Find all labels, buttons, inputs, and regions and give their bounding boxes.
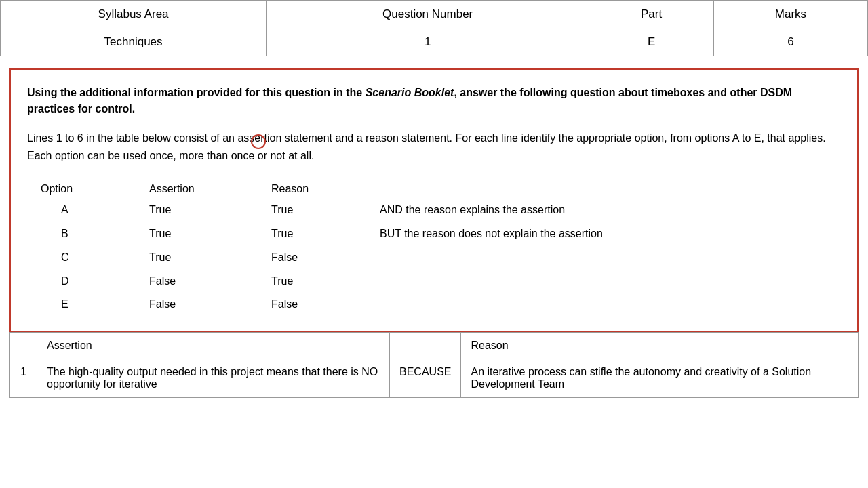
bottom-header-because bbox=[390, 333, 461, 359]
option-assertion-b: True bbox=[149, 224, 271, 244]
options-col-assertion-header: Assertion bbox=[149, 183, 271, 195]
table-row: 1 The high-quality output needed in this… bbox=[10, 359, 859, 398]
cell-marks: 6 bbox=[713, 28, 867, 56]
option-row-b: B True True BUT the reason does not expl… bbox=[41, 224, 841, 244]
cell-question-number: 1 bbox=[267, 28, 589, 56]
page-wrapper: Syllabus Area Question Number Part Marks… bbox=[0, 0, 868, 398]
option-assertion-d: False bbox=[149, 272, 271, 291]
option-row-e: E False False bbox=[41, 295, 841, 314]
cell-part: E bbox=[589, 28, 714, 56]
question-intro: Using the additional information provide… bbox=[27, 85, 841, 117]
cell-syllabus-area: Techniques bbox=[1, 28, 267, 56]
option-reason-d: True bbox=[271, 272, 380, 291]
option-description-b: BUT the reason does not explain the asse… bbox=[380, 224, 841, 244]
header-syllabus-area: Syllabus Area bbox=[1, 1, 267, 28]
option-letter-d: D bbox=[41, 272, 149, 291]
question-body: Lines 1 to 6 in the table below consist … bbox=[27, 129, 841, 164]
option-letter-b: B bbox=[41, 224, 149, 244]
header-marks: Marks bbox=[713, 1, 867, 28]
bottom-header-assertion: Assertion bbox=[37, 333, 390, 359]
row1-because: BECAUSE bbox=[390, 359, 461, 398]
bottom-header-reason: Reason bbox=[461, 333, 859, 359]
option-letter-a: A bbox=[41, 201, 149, 220]
row1-reason: An iterative process can stifle the auto… bbox=[461, 359, 859, 398]
option-assertion-a: True bbox=[149, 201, 271, 220]
question-box: Using the additional information provide… bbox=[9, 68, 859, 332]
option-reason-e: False bbox=[271, 295, 380, 314]
option-row-c: C True False bbox=[41, 248, 841, 268]
bottom-header-num bbox=[10, 333, 37, 359]
options-section: Option Assertion Reason A True True AND … bbox=[27, 183, 841, 314]
option-description-a: AND the reason explains the assertion bbox=[380, 201, 841, 220]
option-letter-c: C bbox=[41, 248, 149, 268]
header-part: Part bbox=[589, 1, 714, 28]
options-col-option-header: Option bbox=[41, 183, 149, 195]
option-reason-c: False bbox=[271, 248, 380, 268]
header-table: Syllabus Area Question Number Part Marks… bbox=[0, 0, 868, 56]
option-row-a: A True True AND the reason explains the … bbox=[41, 201, 841, 220]
options-header-row: Option Assertion Reason bbox=[41, 183, 841, 195]
options-col-reason-header: Reason bbox=[271, 183, 380, 195]
header-question-number: Question Number bbox=[267, 1, 589, 28]
bottom-table: Assertion Reason 1 The high-quality outp… bbox=[9, 332, 859, 398]
option-assertion-c: True bbox=[149, 248, 271, 268]
row1-num: 1 bbox=[10, 359, 37, 398]
option-reason-a: True bbox=[271, 201, 380, 220]
option-letter-e: E bbox=[41, 295, 149, 314]
option-row-d: D False True bbox=[41, 272, 841, 291]
option-assertion-e: False bbox=[149, 295, 271, 314]
row1-assertion: The high-quality output needed in this p… bbox=[37, 359, 390, 398]
option-reason-b: True bbox=[271, 224, 380, 244]
